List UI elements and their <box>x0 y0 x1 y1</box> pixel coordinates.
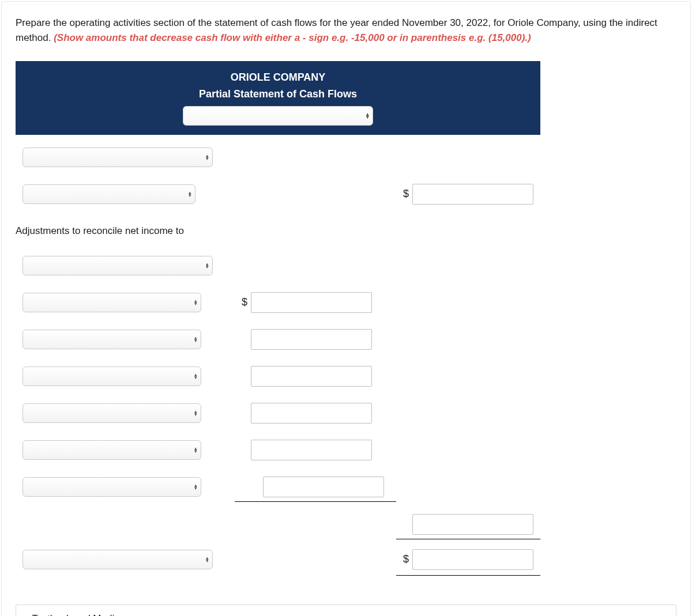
total-rule <box>396 573 540 576</box>
currency-symbol: $ <box>396 188 412 200</box>
chevron-updown-icon: ▴▾ <box>194 447 197 453</box>
subtotal-input[interactable] <box>412 514 533 535</box>
chevron-updown-icon: ▴▾ <box>206 557 209 562</box>
subtotal-rule <box>396 539 540 539</box>
cash-flow-panel: ORIOLE COMPANY Partial Statement of Cash… <box>16 61 540 576</box>
chevron-updown-icon: ▴▾ <box>366 113 369 119</box>
chevron-updown-icon: ▴▾ <box>194 484 197 490</box>
line-item-select[interactable]: ▴▾ <box>22 366 201 386</box>
amount-input[interactable] <box>251 440 372 460</box>
amount-input[interactable] <box>251 329 372 350</box>
adjustments-label: Adjustments to reconcile net income to <box>16 225 184 237</box>
subtotal-rule <box>235 501 396 502</box>
line-item-select[interactable]: ▴▾ <box>22 184 195 204</box>
etextbook-media-button[interactable]: eTextbook and Media <box>16 604 676 616</box>
amount-input[interactable] <box>263 477 384 497</box>
chevron-updown-icon: ▴▾ <box>189 191 191 197</box>
section-heading-select[interactable]: ▴▾ <box>22 148 213 167</box>
total-line-select[interactable]: ▴▾ <box>22 550 213 569</box>
chevron-updown-icon: ▴▾ <box>206 263 209 269</box>
line-item-select[interactable]: ▴▾ <box>22 477 201 497</box>
line-item-select[interactable]: ▴▾ <box>22 403 201 423</box>
chevron-updown-icon: ▴▾ <box>194 300 197 305</box>
chevron-updown-icon: ▴▾ <box>194 373 197 379</box>
period-select[interactable]: ▴▾ <box>183 106 373 126</box>
line-item-select[interactable]: ▴▾ <box>22 256 213 275</box>
chevron-updown-icon: ▴▾ <box>194 337 197 342</box>
line-item-select[interactable]: ▴▾ <box>22 293 201 312</box>
amount-input[interactable] <box>412 184 533 205</box>
statement-header: ORIOLE COMPANY Partial Statement of Cash… <box>16 61 540 135</box>
amount-input[interactable] <box>251 403 372 424</box>
currency-symbol: $ <box>396 553 412 565</box>
instructions-hint: (Show amounts that decrease cash flow wi… <box>54 32 531 43</box>
amount-input[interactable] <box>251 366 372 387</box>
instructions-text: Prepare the operating activities section… <box>16 16 676 45</box>
amount-input[interactable] <box>251 292 372 313</box>
currency-symbol: $ <box>235 296 251 308</box>
chevron-updown-icon: ▴▾ <box>206 154 209 160</box>
statement-title: Partial Statement of Cash Flows <box>16 86 540 103</box>
total-input[interactable] <box>412 549 533 570</box>
line-item-select[interactable]: ▴▾ <box>22 440 201 460</box>
company-name: ORIOLE COMPANY <box>16 69 540 86</box>
line-item-select[interactable]: ▴▾ <box>22 330 201 349</box>
chevron-updown-icon: ▴▾ <box>194 410 197 416</box>
